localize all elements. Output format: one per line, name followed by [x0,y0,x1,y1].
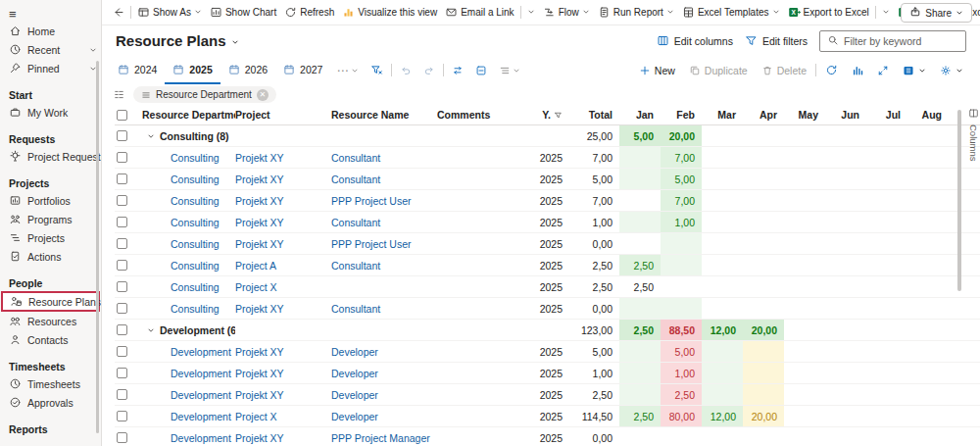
column-header-project[interactable]: Project [235,105,331,124]
command-run-report[interactable]: Run Report [594,0,678,25]
project-link[interactable]: Projekt XY [235,195,284,207]
month-cell[interactable] [825,320,866,340]
row-checkbox[interactable] [117,368,127,378]
redo-icon[interactable] [417,56,441,84]
chip-close-icon[interactable]: ✕ [257,89,269,101]
year-tab-2027[interactable]: 2027 [275,56,330,84]
month-cell[interactable] [702,169,743,189]
command-flow[interactable]: Flow [539,0,594,25]
month-cell[interactable] [866,169,907,189]
month-cell[interactable] [784,169,825,189]
row-checkbox[interactable] [117,260,127,271]
keyword-filter-input[interactable] [844,35,952,47]
column-header-y-[interactable]: Y. [535,105,564,124]
month-cell[interactable] [907,384,949,405]
month-cell[interactable] [702,298,743,319]
delete-button[interactable]: Delete [755,56,813,84]
month-cell[interactable]: 2,50 [661,384,702,405]
clear-filter-icon[interactable] [365,56,389,84]
month-cell[interactable] [825,298,866,319]
swap-columns-icon[interactable] [446,56,469,84]
department-link[interactable]: Consulting [171,152,220,164]
month-cell[interactable] [825,406,866,426]
month-cell[interactable] [702,212,743,232]
month-cell[interactable] [619,341,661,362]
month-cell[interactable] [743,190,784,211]
fullscreen-icon[interactable] [870,56,896,84]
command-export-to-excel[interactable]: XExport to Excel [784,0,873,25]
month-cell[interactable] [743,384,784,405]
month-cell[interactable] [702,427,743,446]
select-all-checkbox[interactable] [117,110,127,121]
excel-menu-icon[interactable] [896,56,933,84]
month-cell[interactable] [743,276,784,297]
month-cell[interactable]: 88,50 [661,320,702,340]
column-header-total[interactable]: Total [564,105,619,124]
month-cell[interactable] [784,406,825,426]
undo-icon[interactable] [394,56,417,84]
refresh-grid-icon[interactable] [818,56,845,84]
resource-link[interactable]: PPP Project User [331,238,412,250]
month-cell[interactable] [784,384,825,405]
month-cell[interactable] [702,276,743,297]
row-checkbox[interactable] [117,152,127,163]
resource-link[interactable]: Consultant [331,173,380,185]
month-cell[interactable] [743,341,784,362]
month-cell[interactable] [907,233,949,254]
resource-link[interactable]: Developer [331,411,378,422]
month-cell[interactable] [825,341,866,362]
month-cell[interactable] [866,363,907,383]
month-cell[interactable] [825,276,866,297]
month-cell[interactable]: 2,50 [619,320,661,340]
month-cell[interactable] [866,212,907,232]
month-cell[interactable] [866,276,907,297]
month-cell[interactable] [661,255,702,275]
sidebar-scrollbar[interactable] [96,61,99,433]
resource-link[interactable]: Developer [331,389,378,401]
month-cell[interactable] [619,427,661,446]
department-link[interactable]: Consulting [171,303,220,315]
resource-link[interactable]: Consultant [331,260,380,272]
group-by-chip[interactable]: Resource Department ✕ [133,86,276,103]
chart-view-icon[interactable] [845,56,870,84]
department-link[interactable]: Development [171,389,231,401]
month-cell[interactable] [619,212,661,232]
row-checkbox[interactable] [117,281,127,292]
month-cell[interactable] [907,212,949,232]
year-tab-2025[interactable]: 2025 [165,56,220,84]
edit-columns-button[interactable]: Edit columns [657,34,733,47]
keyword-filter-box[interactable] [819,30,966,52]
month-cell[interactable] [907,190,949,211]
month-cell[interactable] [784,255,825,275]
month-cell[interactable] [784,190,825,211]
row-checkbox[interactable] [117,173,127,184]
month-cell[interactable] [702,341,743,362]
month-cell[interactable] [784,212,825,232]
hamburger-menu-icon[interactable]: ≡ [0,6,101,22]
row-checkbox[interactable] [117,130,127,141]
month-cell[interactable] [702,233,743,254]
duplicate-button[interactable]: Duplicate [682,56,755,84]
column-header-jul[interactable]: Jul [866,105,907,124]
month-cell[interactable] [866,384,907,405]
project-link[interactable]: Project X [235,411,277,422]
month-cell[interactable] [743,363,784,383]
grouping-options-icon[interactable] [493,56,526,84]
month-cell[interactable] [825,169,866,189]
columns-panel-tab[interactable]: Columns [968,108,979,162]
month-cell[interactable] [784,298,825,319]
project-link[interactable]: Projekt XY [235,389,284,401]
department-link[interactable]: Consulting [171,281,220,293]
month-cell[interactable] [825,384,866,405]
month-cell[interactable] [743,427,784,446]
month-cell[interactable] [907,320,949,340]
month-cell[interactable] [784,233,825,254]
month-cell[interactable] [907,169,949,189]
department-link[interactable]: Consulting [171,260,220,272]
month-cell[interactable] [743,255,784,275]
month-cell[interactable] [825,212,866,232]
row-checkbox[interactable] [117,411,127,421]
collapse-groups-icon[interactable] [469,56,493,84]
month-cell[interactable] [866,233,907,254]
command-visualize-this-view[interactable]: Visualize this view [338,0,441,25]
